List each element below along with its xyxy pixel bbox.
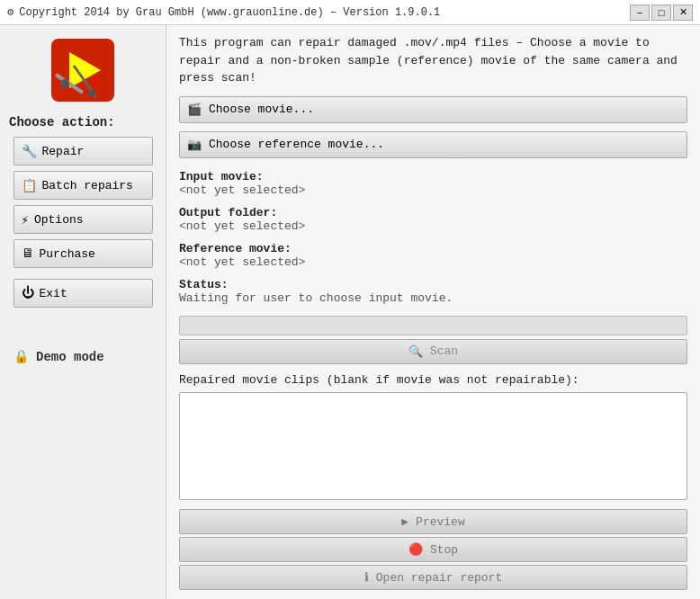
- exit-icon: ⏻: [22, 286, 34, 300]
- main-layout: Choose action: 🔧 Repair 📋 Batch repairs …: [0, 25, 700, 599]
- options-icon: ⚡: [22, 212, 29, 228]
- open-repair-report-button[interactable]: ℹ Open repair report: [179, 565, 687, 590]
- choose-movie-label: Choose movie...: [209, 103, 314, 116]
- repair-button[interactable]: 🔧 Repair: [13, 137, 153, 165]
- sidebar: Choose action: 🔧 Repair 📋 Batch repairs …: [0, 25, 166, 599]
- title-bar: ⚙ Copyright 2014 by Grau GmbH (www.grauo…: [0, 0, 700, 25]
- input-movie-label: Input movie:: [179, 170, 687, 183]
- search-icon: 🔍: [408, 344, 423, 359]
- stop-icon: 🔴: [408, 542, 423, 557]
- batch-label: Batch repairs: [42, 179, 133, 192]
- scan-label: Scan: [430, 344, 458, 358]
- purchase-button[interactable]: 🖥 Purchase: [13, 239, 153, 268]
- minimize-button[interactable]: −: [630, 4, 650, 21]
- repaired-label: Repaired movie clips (blank if movie was…: [179, 373, 687, 387]
- open-repair-label: Open repair report: [376, 571, 502, 585]
- output-folder-value: <not yet selected>: [179, 219, 687, 233]
- purchase-icon: 🖥: [22, 246, 34, 261]
- stop-label: Stop: [430, 543, 458, 557]
- svg-point-4: [60, 79, 69, 88]
- status-value: Waiting for user to choose input movie.: [179, 291, 687, 305]
- maximize-button[interactable]: □: [651, 4, 671, 21]
- choose-reference-button[interactable]: 📷 Choose reference movie...: [179, 131, 687, 158]
- options-button[interactable]: ⚡ Options: [13, 205, 153, 234]
- reference-movie-section: Reference movie: <not yet selected>: [179, 242, 687, 269]
- title-bar-left: ⚙ Copyright 2014 by Grau GmbH (www.grauo…: [7, 5, 440, 19]
- reference-movie-value: <not yet selected>: [179, 255, 687, 269]
- stop-button[interactable]: 🔴 Stop: [179, 537, 687, 562]
- repair-icon: 🔧: [22, 144, 37, 159]
- app-logo: [47, 34, 119, 106]
- status-label: Status:: [179, 278, 687, 291]
- scan-button[interactable]: 🔍 Scan: [179, 339, 687, 364]
- svg-point-5: [88, 89, 95, 96]
- preview-button[interactable]: ▶ Preview: [179, 509, 687, 534]
- input-movie-value: <not yet selected>: [179, 183, 687, 197]
- choose-action-label: Choose action:: [9, 115, 115, 130]
- close-button[interactable]: ✕: [673, 4, 693, 21]
- movie-icon: 🎬: [187, 103, 202, 117]
- title-text: Copyright 2014 by Grau GmbH (www.grauonl…: [19, 6, 440, 19]
- scan-progress-bar: [179, 316, 687, 335]
- choose-ref-label: Choose reference movie...: [209, 138, 384, 151]
- repaired-clips-box: [179, 392, 687, 501]
- demo-mode: 🔒 Demo mode: [13, 349, 104, 364]
- purchase-label: Purchase: [40, 247, 95, 261]
- output-folder-label: Output folder:: [179, 206, 687, 219]
- reference-movie-label: Reference movie:: [179, 242, 687, 255]
- batch-repairs-button[interactable]: 📋 Batch repairs: [13, 171, 153, 200]
- preview-icon: ▶: [401, 514, 408, 529]
- app-icon: ⚙: [7, 5, 13, 19]
- main-content: This program can repair damaged .mov/.mp…: [166, 25, 700, 599]
- options-label: Options: [34, 213, 84, 227]
- title-bar-controls: − □ ✕: [630, 4, 693, 21]
- preview-label: Preview: [416, 515, 465, 529]
- camera-icon: 📷: [187, 138, 202, 152]
- input-movie-section: Input movie: <not yet selected>: [179, 170, 687, 197]
- batch-icon: 📋: [22, 178, 37, 193]
- info-text: This program can repair damaged .mov/.mp…: [179, 34, 687, 87]
- info-icon: ℹ: [364, 570, 369, 585]
- bottom-buttons: ▶ Preview 🔴 Stop ℹ Open repair report: [179, 509, 687, 590]
- status-section: Status: Waiting for user to choose input…: [179, 278, 687, 305]
- choose-movie-button[interactable]: 🎬 Choose movie...: [179, 96, 687, 123]
- exit-button[interactable]: ⏻ Exit: [13, 279, 153, 308]
- scan-area: 🔍 Scan: [179, 316, 687, 364]
- lock-icon: 🔒: [13, 349, 29, 364]
- output-folder-section: Output folder: <not yet selected>: [179, 206, 687, 233]
- content-wrapper: This program can repair damaged .mov/.mp…: [166, 25, 700, 599]
- repair-label: Repair: [42, 145, 85, 158]
- exit-label: Exit: [40, 287, 67, 300]
- demo-mode-label: Demo mode: [36, 350, 104, 364]
